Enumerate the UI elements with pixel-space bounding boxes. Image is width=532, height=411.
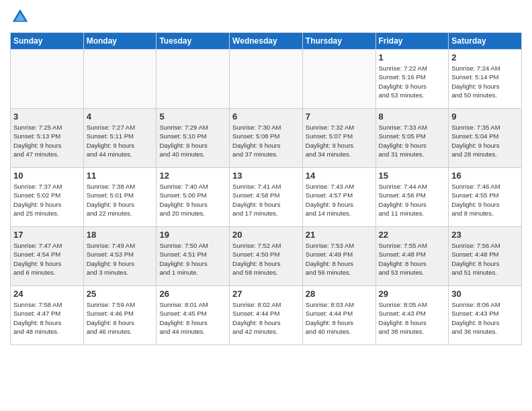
calendar-cell: 17Sunrise: 7:47 AM Sunset: 4:54 PM Dayli… bbox=[11, 227, 84, 286]
day-info: Sunrise: 7:47 AM Sunset: 4:54 PM Dayligh… bbox=[13, 241, 81, 277]
day-info: Sunrise: 8:05 AM Sunset: 4:43 PM Dayligh… bbox=[379, 300, 446, 336]
calendar-cell: 16Sunrise: 7:46 AM Sunset: 4:55 PM Dayli… bbox=[449, 168, 522, 227]
day-number: 1 bbox=[379, 52, 446, 62]
day-info: Sunrise: 7:22 AM Sunset: 5:16 PM Dayligh… bbox=[379, 64, 446, 99]
calendar-cell: 11Sunrise: 7:38 AM Sunset: 5:01 PM Dayli… bbox=[83, 168, 157, 227]
calendar-cell bbox=[230, 50, 303, 109]
calendar-cell: 19Sunrise: 7:50 AM Sunset: 4:51 PM Dayli… bbox=[157, 227, 230, 286]
day-number: 28 bbox=[306, 289, 373, 299]
calendar-cell: 18Sunrise: 7:49 AM Sunset: 4:53 PM Dayli… bbox=[83, 227, 157, 286]
day-number: 20 bbox=[232, 230, 300, 240]
day-number: 8 bbox=[379, 111, 446, 122]
day-info: Sunrise: 7:37 AM Sunset: 5:02 PM Dayligh… bbox=[13, 182, 81, 218]
calendar-cell: 2Sunrise: 7:24 AM Sunset: 5:14 PM Daylig… bbox=[449, 50, 522, 109]
logo-icon bbox=[10, 7, 30, 27]
day-info: Sunrise: 7:38 AM Sunset: 5:01 PM Dayligh… bbox=[87, 182, 154, 218]
day-number: 13 bbox=[232, 171, 300, 181]
col-header-sunday: Sunday bbox=[11, 33, 84, 50]
col-header-wednesday: Wednesday bbox=[230, 33, 303, 50]
col-header-friday: Friday bbox=[375, 33, 449, 50]
day-number: 2 bbox=[451, 52, 519, 62]
day-info: Sunrise: 8:03 AM Sunset: 4:44 PM Dayligh… bbox=[306, 300, 373, 336]
calendar-cell: 30Sunrise: 8:06 AM Sunset: 4:43 PM Dayli… bbox=[449, 286, 522, 345]
calendar-cell: 6Sunrise: 7:30 AM Sunset: 5:08 PM Daylig… bbox=[230, 109, 303, 168]
calendar-table: SundayMondayTuesdayWednesdayThursdayFrid… bbox=[10, 32, 522, 345]
calendar-week-row: 10Sunrise: 7:37 AM Sunset: 5:02 PM Dayli… bbox=[11, 168, 522, 227]
calendar-cell: 8Sunrise: 7:33 AM Sunset: 5:05 PM Daylig… bbox=[375, 109, 449, 168]
calendar-cell: 20Sunrise: 7:52 AM Sunset: 4:50 PM Dayli… bbox=[230, 227, 303, 286]
day-info: Sunrise: 8:02 AM Sunset: 4:44 PM Dayligh… bbox=[232, 300, 300, 336]
calendar-week-row: 3Sunrise: 7:25 AM Sunset: 5:13 PM Daylig… bbox=[11, 109, 522, 168]
day-number: 9 bbox=[451, 111, 519, 122]
day-number: 16 bbox=[451, 171, 519, 181]
calendar-cell bbox=[83, 50, 157, 109]
calendar-cell: 29Sunrise: 8:05 AM Sunset: 4:43 PM Dayli… bbox=[375, 286, 449, 345]
calendar-cell: 22Sunrise: 7:55 AM Sunset: 4:48 PM Dayli… bbox=[375, 227, 449, 286]
calendar-cell bbox=[157, 50, 230, 109]
page-header bbox=[10, 7, 522, 27]
calendar-cell: 23Sunrise: 7:56 AM Sunset: 4:48 PM Dayli… bbox=[449, 227, 522, 286]
day-info: Sunrise: 7:49 AM Sunset: 4:53 PM Dayligh… bbox=[87, 241, 154, 277]
calendar-cell: 13Sunrise: 7:41 AM Sunset: 4:58 PM Dayli… bbox=[230, 168, 303, 227]
day-info: Sunrise: 7:25 AM Sunset: 5:13 PM Dayligh… bbox=[13, 123, 81, 158]
col-header-monday: Monday bbox=[83, 33, 157, 50]
calendar-cell: 15Sunrise: 7:44 AM Sunset: 4:56 PM Dayli… bbox=[375, 168, 449, 227]
day-number: 15 bbox=[379, 171, 446, 181]
calendar-cell bbox=[302, 50, 375, 109]
calendar-cell: 5Sunrise: 7:29 AM Sunset: 5:10 PM Daylig… bbox=[157, 109, 230, 168]
day-number: 14 bbox=[306, 171, 373, 181]
day-number: 22 bbox=[379, 230, 446, 240]
calendar-cell: 26Sunrise: 8:01 AM Sunset: 4:45 PM Dayli… bbox=[157, 286, 230, 345]
day-info: Sunrise: 7:44 AM Sunset: 4:56 PM Dayligh… bbox=[379, 182, 446, 218]
day-number: 25 bbox=[87, 289, 154, 299]
day-info: Sunrise: 7:59 AM Sunset: 4:46 PM Dayligh… bbox=[87, 300, 154, 336]
calendar-cell: 1Sunrise: 7:22 AM Sunset: 5:16 PM Daylig… bbox=[375, 50, 449, 109]
calendar-cell: 24Sunrise: 7:58 AM Sunset: 4:47 PM Dayli… bbox=[11, 286, 84, 345]
day-number: 4 bbox=[87, 111, 154, 122]
day-number: 29 bbox=[379, 289, 446, 299]
day-number: 17 bbox=[13, 230, 81, 240]
day-number: 11 bbox=[87, 171, 154, 181]
calendar-cell: 25Sunrise: 7:59 AM Sunset: 4:46 PM Dayli… bbox=[83, 286, 157, 345]
calendar-cell: 28Sunrise: 8:03 AM Sunset: 4:44 PM Dayli… bbox=[302, 286, 375, 345]
calendar-cell: 10Sunrise: 7:37 AM Sunset: 5:02 PM Dayli… bbox=[11, 168, 84, 227]
logo bbox=[10, 7, 33, 27]
calendar-header-row: SundayMondayTuesdayWednesdayThursdayFrid… bbox=[11, 33, 522, 50]
day-number: 24 bbox=[13, 289, 81, 299]
day-info: Sunrise: 7:29 AM Sunset: 5:10 PM Dayligh… bbox=[159, 123, 226, 158]
day-info: Sunrise: 8:01 AM Sunset: 4:45 PM Dayligh… bbox=[159, 300, 226, 336]
calendar-week-row: 24Sunrise: 7:58 AM Sunset: 4:47 PM Dayli… bbox=[11, 286, 522, 345]
day-info: Sunrise: 7:46 AM Sunset: 4:55 PM Dayligh… bbox=[451, 182, 519, 218]
calendar-cell: 12Sunrise: 7:40 AM Sunset: 5:00 PM Dayli… bbox=[157, 168, 230, 227]
day-info: Sunrise: 7:58 AM Sunset: 4:47 PM Dayligh… bbox=[13, 300, 81, 336]
day-info: Sunrise: 7:41 AM Sunset: 4:58 PM Dayligh… bbox=[232, 182, 300, 218]
day-info: Sunrise: 7:40 AM Sunset: 5:00 PM Dayligh… bbox=[159, 182, 226, 218]
day-number: 27 bbox=[232, 289, 300, 299]
day-number: 6 bbox=[232, 111, 300, 122]
calendar-cell: 14Sunrise: 7:43 AM Sunset: 4:57 PM Dayli… bbox=[302, 168, 375, 227]
calendar-cell: 27Sunrise: 8:02 AM Sunset: 4:44 PM Dayli… bbox=[230, 286, 303, 345]
day-info: Sunrise: 7:55 AM Sunset: 4:48 PM Dayligh… bbox=[379, 241, 446, 277]
calendar-cell: 7Sunrise: 7:32 AM Sunset: 5:07 PM Daylig… bbox=[302, 109, 375, 168]
day-info: Sunrise: 7:33 AM Sunset: 5:05 PM Dayligh… bbox=[379, 123, 446, 158]
calendar-cell bbox=[11, 50, 84, 109]
day-number: 12 bbox=[159, 171, 226, 181]
col-header-thursday: Thursday bbox=[302, 33, 375, 50]
calendar-cell: 4Sunrise: 7:27 AM Sunset: 5:11 PM Daylig… bbox=[83, 109, 157, 168]
day-number: 23 bbox=[451, 230, 519, 240]
day-number: 26 bbox=[159, 289, 226, 299]
day-info: Sunrise: 8:06 AM Sunset: 4:43 PM Dayligh… bbox=[451, 300, 519, 336]
day-info: Sunrise: 7:53 AM Sunset: 4:49 PM Dayligh… bbox=[306, 241, 373, 277]
day-info: Sunrise: 7:35 AM Sunset: 5:04 PM Dayligh… bbox=[451, 123, 519, 158]
col-header-saturday: Saturday bbox=[449, 33, 522, 50]
calendar-cell: 21Sunrise: 7:53 AM Sunset: 4:49 PM Dayli… bbox=[302, 227, 375, 286]
day-number: 21 bbox=[306, 230, 373, 240]
day-number: 10 bbox=[13, 171, 81, 181]
day-info: Sunrise: 7:30 AM Sunset: 5:08 PM Dayligh… bbox=[232, 123, 300, 158]
day-number: 30 bbox=[451, 289, 519, 299]
day-number: 3 bbox=[13, 111, 81, 122]
day-info: Sunrise: 7:50 AM Sunset: 4:51 PM Dayligh… bbox=[159, 241, 226, 277]
calendar-cell: 9Sunrise: 7:35 AM Sunset: 5:04 PM Daylig… bbox=[449, 109, 522, 168]
day-number: 18 bbox=[87, 230, 154, 240]
day-info: Sunrise: 7:52 AM Sunset: 4:50 PM Dayligh… bbox=[232, 241, 300, 277]
